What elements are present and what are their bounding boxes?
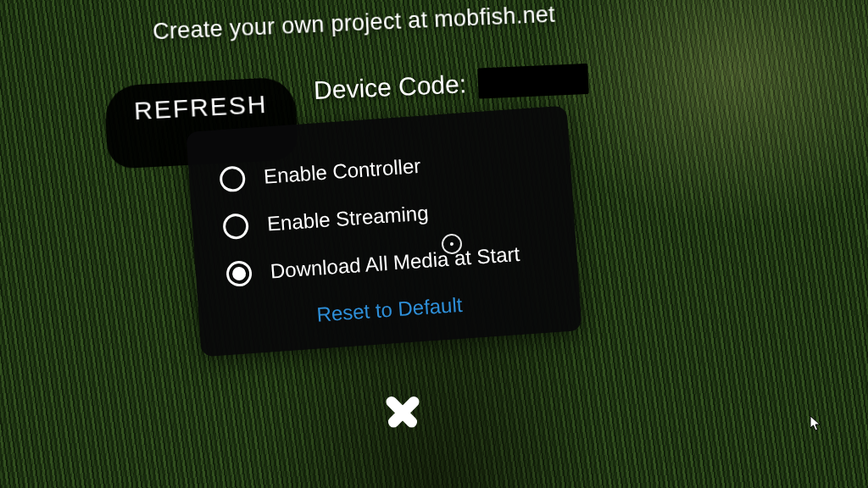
- option-download-all-media[interactable]: Download All Media at Start: [225, 240, 547, 287]
- option-label: Enable Streaming: [266, 201, 429, 236]
- radio-icon: [222, 213, 249, 240]
- settings-panel: Enable Controller Enable Streaming Downl…: [186, 106, 581, 358]
- reset-to-default-link[interactable]: Reset to Default: [229, 287, 550, 333]
- radio-icon: [225, 260, 253, 287]
- device-code-value: [477, 64, 588, 99]
- option-label: Enable Controller: [263, 154, 421, 189]
- radio-icon: [219, 165, 246, 192]
- option-label: Download All Media at Start: [270, 242, 520, 283]
- option-enable-controller[interactable]: Enable Controller: [219, 145, 540, 192]
- close-icon: [378, 386, 427, 435]
- close-button[interactable]: [378, 386, 427, 435]
- refresh-label: REFRESH: [133, 90, 268, 125]
- option-enable-streaming[interactable]: Enable Streaming: [222, 192, 543, 240]
- reset-label: Reset to Default: [316, 293, 464, 326]
- device-code-label: Device Code:: [313, 69, 466, 105]
